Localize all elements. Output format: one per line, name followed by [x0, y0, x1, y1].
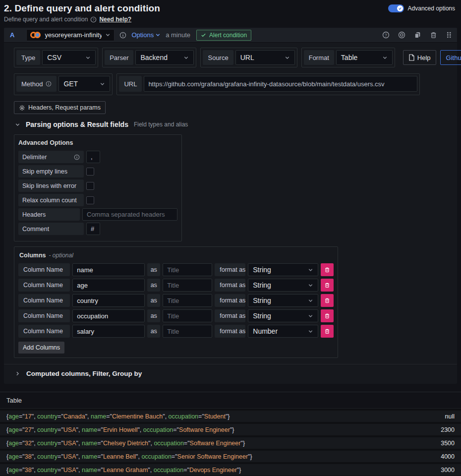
delete-column-button[interactable]: [321, 325, 334, 338]
type-label: Type: [16, 50, 40, 65]
table-row-value: 3500: [441, 440, 455, 447]
columns-title: Columns: [19, 252, 46, 259]
chevron-down-icon: [105, 32, 111, 38]
query-time-range: a minute: [166, 31, 190, 39]
disable-query-icon[interactable]: [398, 31, 405, 39]
page-subtitle: Define query and alert condition ? Need …: [4, 16, 456, 23]
gear-icon: [19, 105, 25, 111]
table-row: {age="17", country="Canada", name="Cleme…: [0, 411, 461, 422]
page-subtitle-text: Define query and alert condition: [4, 16, 88, 23]
add-columns-button[interactable]: Add Columns: [18, 342, 64, 354]
github-button[interactable]: Github: [440, 50, 461, 65]
query-ref-id: A: [10, 31, 14, 39]
comment-input[interactable]: [86, 223, 100, 235]
need-help-link[interactable]: Need help?: [99, 16, 131, 23]
column-title-input[interactable]: [163, 309, 212, 322]
headers-request-params-button[interactable]: Headers, Request params: [14, 101, 106, 114]
column-title-input[interactable]: [163, 263, 212, 276]
column-row: Column Name as format as String: [18, 263, 334, 276]
parser-select[interactable]: Backend: [135, 50, 194, 65]
query-header-row: A yesoreyeram-infinity-da Options a minu…: [4, 28, 457, 43]
delimiter-input[interactable]: [86, 151, 100, 163]
format-field-group: Format Table: [301, 48, 395, 67]
advanced-option-label: Headers: [18, 208, 80, 221]
table-row: {age="32", country="USA", name="Chelsey …: [0, 437, 461, 449]
columns-optional-hint: - optional: [49, 252, 73, 259]
advanced-option-row: Skip empty lines: [18, 165, 177, 178]
column-row: Column Name as format as String: [18, 309, 334, 322]
document-icon: [408, 54, 414, 61]
method-select[interactable]: GET: [58, 76, 110, 92]
duplicate-query-icon[interactable]: [414, 31, 421, 39]
headers-input[interactable]: [82, 208, 177, 221]
column-name-input[interactable]: [72, 325, 145, 338]
source-field-group: Source URL: [200, 48, 297, 67]
source-label: Source: [203, 50, 233, 65]
computed-columns-section-header[interactable]: Computed columns, Filter, Group by: [4, 364, 457, 384]
checkbox[interactable]: [86, 196, 94, 204]
source-select[interactable]: URL: [235, 50, 295, 65]
table-panel-title: Table: [0, 392, 461, 409]
column-name-input[interactable]: [72, 279, 145, 292]
column-format-select[interactable]: Number: [248, 325, 318, 338]
delete-query-icon[interactable]: [430, 31, 437, 39]
table-row: {age="38", country="USA", name="Leanne G…: [0, 464, 461, 476]
column-name-input[interactable]: [72, 309, 145, 322]
delete-column-button[interactable]: [321, 263, 334, 276]
datasource-info-icon[interactable]: [119, 32, 126, 39]
column-format-select[interactable]: String: [248, 309, 318, 322]
delete-column-button[interactable]: [321, 309, 334, 322]
advanced-options-toggle[interactable]: [388, 4, 404, 12]
checkbox[interactable]: [86, 168, 94, 176]
advanced-options-panel: Advanced Options DelimiterSkip empty lin…: [14, 134, 182, 241]
columns-title-row: Columns - optional: [19, 252, 334, 259]
chevron-down-icon: [15, 122, 20, 127]
parsing-options-section-header[interactable]: Parsing options & Result fields Field ty…: [15, 120, 447, 128]
datasource-picker[interactable]: yesoreyeram-infinity-da: [26, 29, 115, 41]
parser-label: Parser: [105, 50, 133, 65]
column-format-select[interactable]: String: [248, 263, 318, 276]
checkbox[interactable]: [86, 182, 94, 190]
advanced-option-row: Delimiter: [18, 151, 177, 163]
parser-field-group: Parser Backend: [102, 48, 196, 67]
columns-panel: Columns - optional Column Name as format…: [14, 246, 338, 358]
table-row: {age="38", country="USA", name="Leanne B…: [0, 451, 461, 462]
advanced-options-label: Advanced options: [408, 5, 455, 12]
query-options-dropdown[interactable]: Options: [131, 31, 161, 39]
check-icon: [201, 32, 206, 38]
column-format-select[interactable]: String: [248, 279, 318, 292]
datasource-name: yesoreyeram-infinity-da: [45, 31, 102, 39]
trash-icon: [324, 313, 330, 319]
info-icon: ?: [90, 16, 97, 23]
column-name-input[interactable]: [72, 263, 145, 276]
format-as-label: format as: [215, 325, 245, 338]
column-format-select[interactable]: String: [248, 294, 318, 307]
url-input[interactable]: [144, 76, 417, 92]
table-row: {age="27", country="USA", name="Ervin Ho…: [0, 424, 461, 435]
column-title-input[interactable]: [163, 325, 212, 338]
table-row-labels: {age="32", country="USA", name="Chelsey …: [6, 440, 245, 447]
delete-column-button[interactable]: [321, 294, 334, 307]
column-row: Column Name as format as String: [18, 279, 334, 292]
advanced-option-row: Comment: [18, 223, 177, 235]
format-as-label: format as: [215, 294, 245, 307]
table-row-value: 4000: [441, 453, 455, 460]
advanced-option-label: Skip lines with error: [18, 179, 84, 192]
delete-column-button[interactable]: [321, 279, 334, 292]
advanced-option-label: Skip empty lines: [18, 165, 84, 178]
type-select[interactable]: CSV: [42, 50, 96, 65]
format-select[interactable]: Table: [336, 50, 393, 65]
options-label: Options: [131, 31, 154, 39]
column-name-input[interactable]: [72, 294, 145, 307]
column-title-input[interactable]: [163, 279, 212, 292]
method-label: Method: [16, 76, 57, 92]
advanced-option-row: Skip lines with error: [18, 179, 177, 192]
drag-handle[interactable]: [446, 31, 452, 39]
query-url-row: Method GET URL: [14, 73, 447, 95]
chevron-right-icon: [15, 371, 20, 376]
table-row-labels: {age="17", country="Canada", name="Cleme…: [6, 413, 230, 420]
computed-columns-title: Computed columns, Filter, Group by: [26, 370, 142, 377]
help-circle-icon[interactable]: ?: [382, 31, 390, 39]
help-button[interactable]: Help: [403, 50, 436, 65]
column-title-input[interactable]: [163, 294, 212, 307]
